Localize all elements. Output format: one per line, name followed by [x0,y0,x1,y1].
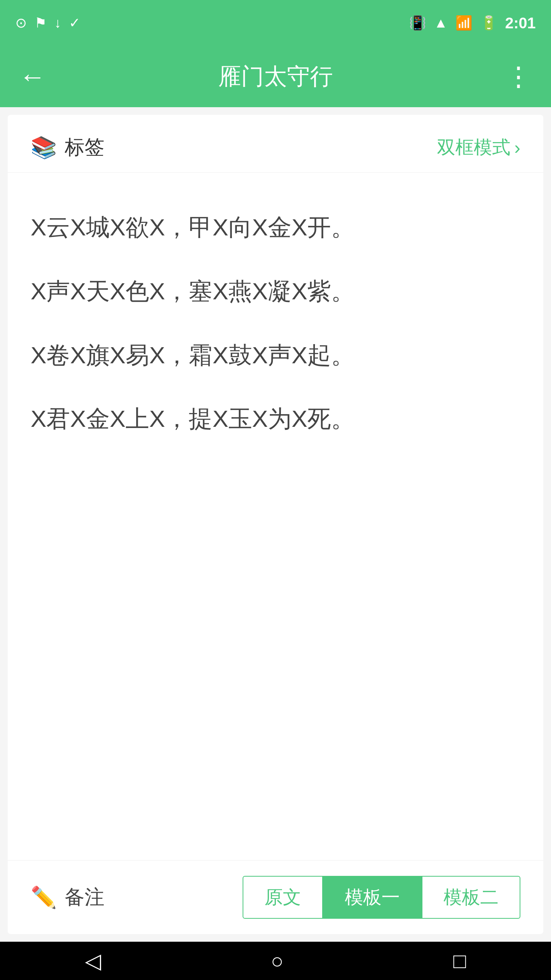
poem-content: X云X城X欲X，甲X向X金X开。 X声X天X色X，塞X燕X凝X紫。 X卷X旗X易… [8,173,543,860]
note-label: 备注 [65,884,104,911]
bottom-nav: ◁ ○ □ [0,942,551,980]
poem-line-4: X君X金X上X，提X玉X为X死。 [31,387,520,451]
poem-line-1: X云X城X欲X，甲X向X金X开。 [31,196,520,260]
status-bar-right: 📳 ▲ 📶 🔋 2:01 [409,15,536,32]
clock-icon: ⊙ [15,15,27,31]
card-header: 📚 标签 双框模式 › [8,115,543,173]
more-menu-button[interactable]: ⋮ [505,61,532,92]
home-nav-button[interactable]: ○ [271,949,284,973]
wifi-icon: ▲ [434,15,448,31]
status-bar: ⊙ ⚑ ↓ ✓ 📳 ▲ 📶 🔋 2:01 [0,0,551,46]
status-time: 2:01 [505,15,536,32]
status-bar-left: ⊙ ⚑ ↓ ✓ [15,15,80,31]
tag-icon: 📚 [31,135,57,160]
poem-line-3: X卷X旗X易X，霜X鼓X声X起。 [31,323,520,387]
signal-icon: 📶 [455,15,473,31]
tab-original[interactable]: 原文 [243,876,323,919]
content-card: 📚 标签 双框模式 › X云X城X欲X，甲X向X金X开。 X声X天X色X，塞X燕… [8,115,543,934]
chevron-right-icon: › [514,137,520,158]
back-nav-button[interactable]: ◁ [85,949,101,973]
tab-group: 原文 模板一 模板二 [243,876,520,919]
tab-template-2[interactable]: 模板二 [422,876,520,919]
tag-label: 标签 [65,134,104,161]
download-icon: ↓ [54,15,61,31]
main-content: 📚 标签 双框模式 › X云X城X欲X，甲X向X金X开。 X声X天X色X，塞X燕… [0,107,551,942]
vibrate-icon: 📳 [409,15,426,31]
page-title: 雁门太守行 [218,61,333,92]
check-icon: ✓ [69,15,80,31]
notification-icon: ⚑ [34,15,47,31]
battery-icon: 🔋 [480,15,497,31]
dual-frame-button[interactable]: 双框模式 › [437,135,520,160]
note-icon: ✏️ [31,885,57,910]
toolbar: ← 雁门太守行 ⋮ [0,46,551,107]
back-button[interactable]: ← [19,61,46,92]
card-footer: ✏️ 备注 原文 模板一 模板二 [8,860,543,934]
dual-frame-label: 双框模式 [437,135,510,160]
tab-template-1[interactable]: 模板一 [323,876,422,919]
recents-nav-button[interactable]: □ [453,949,466,973]
note-section: ✏️ 备注 [31,884,104,911]
card-header-left: 📚 标签 [31,134,104,161]
poem-line-2: X声X天X色X，塞X燕X凝X紫。 [31,260,520,323]
